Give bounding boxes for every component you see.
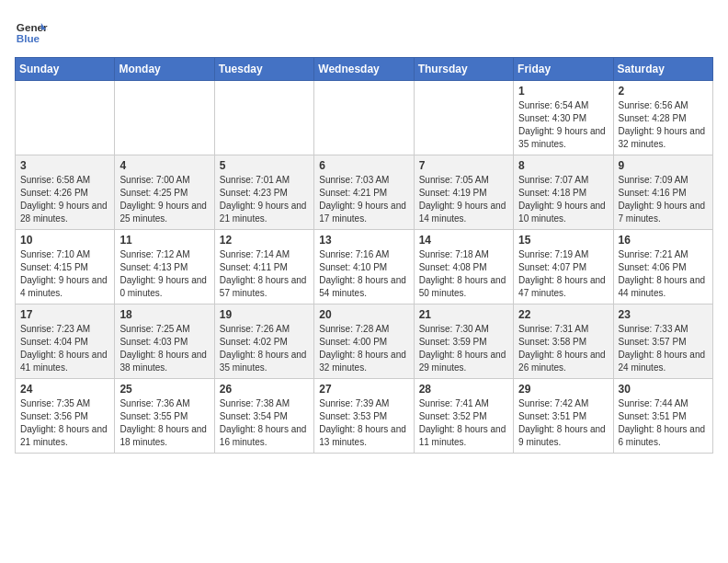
day-number: 29 — [518, 383, 608, 396]
day-number: 2 — [619, 85, 708, 98]
calendar-table: SundayMondayTuesdayWednesdayThursdayFrid… — [15, 57, 713, 454]
day-number: 4 — [119, 159, 209, 172]
day-number: 21 — [419, 308, 508, 321]
day-info: Sunrise: 7:25 AM Sunset: 4:03 PM Dayligh… — [119, 323, 209, 374]
calendar-cell: 27Sunrise: 7:39 AM Sunset: 3:53 PM Dayli… — [314, 379, 414, 454]
day-info: Sunrise: 7:31 AM Sunset: 3:58 PM Dayligh… — [518, 323, 608, 374]
calendar-week-3: 10Sunrise: 7:10 AM Sunset: 4:15 PM Dayli… — [16, 230, 713, 304]
calendar-week-1: 1Sunrise: 6:54 AM Sunset: 4:30 PM Daylig… — [16, 81, 713, 155]
calendar-cell — [214, 81, 313, 155]
col-header-tuesday: Tuesday — [214, 58, 313, 81]
day-number: 26 — [220, 383, 309, 396]
calendar-cell: 30Sunrise: 7:44 AM Sunset: 3:51 PM Dayli… — [613, 379, 712, 454]
day-info: Sunrise: 7:19 AM Sunset: 4:07 PM Dayligh… — [518, 248, 608, 300]
day-number: 19 — [220, 308, 309, 321]
day-number: 20 — [319, 308, 408, 321]
calendar-cell: 18Sunrise: 7:25 AM Sunset: 4:03 PM Dayli… — [115, 304, 214, 379]
page-header: General Blue — [15, 15, 713, 48]
calendar-cell — [314, 81, 414, 155]
col-header-monday: Monday — [115, 58, 214, 81]
day-info: Sunrise: 7:10 AM Sunset: 4:15 PM Dayligh… — [20, 248, 109, 300]
calendar-cell: 23Sunrise: 7:33 AM Sunset: 3:57 PM Dayli… — [613, 304, 712, 379]
col-header-thursday: Thursday — [414, 58, 513, 81]
calendar-cell: 28Sunrise: 7:41 AM Sunset: 3:52 PM Dayli… — [414, 379, 513, 454]
calendar-cell: 26Sunrise: 7:38 AM Sunset: 3:54 PM Dayli… — [214, 379, 313, 454]
day-info: Sunrise: 7:07 AM Sunset: 4:18 PM Dayligh… — [518, 174, 608, 225]
day-number: 3 — [20, 159, 109, 172]
day-info: Sunrise: 7:09 AM Sunset: 4:16 PM Dayligh… — [619, 174, 708, 225]
calendar-cell: 16Sunrise: 7:21 AM Sunset: 4:06 PM Dayli… — [613, 230, 712, 304]
day-info: Sunrise: 7:30 AM Sunset: 3:59 PM Dayligh… — [419, 323, 508, 374]
col-header-wednesday: Wednesday — [314, 58, 414, 81]
day-info: Sunrise: 7:05 AM Sunset: 4:19 PM Dayligh… — [419, 174, 508, 225]
day-number: 24 — [20, 383, 109, 396]
calendar-cell: 24Sunrise: 7:35 AM Sunset: 3:56 PM Dayli… — [16, 379, 115, 454]
calendar-cell: 1Sunrise: 6:54 AM Sunset: 4:30 PM Daylig… — [514, 81, 613, 155]
day-info: Sunrise: 7:16 AM Sunset: 4:10 PM Dayligh… — [319, 248, 408, 300]
calendar-week-4: 17Sunrise: 7:23 AM Sunset: 4:04 PM Dayli… — [16, 304, 713, 379]
col-header-friday: Friday — [514, 58, 613, 81]
calendar-cell: 12Sunrise: 7:14 AM Sunset: 4:11 PM Dayli… — [214, 230, 313, 304]
day-info: Sunrise: 7:41 AM Sunset: 3:52 PM Dayligh… — [419, 397, 508, 449]
day-number: 16 — [619, 234, 708, 247]
calendar-cell: 5Sunrise: 7:01 AM Sunset: 4:23 PM Daylig… — [214, 155, 313, 230]
day-number: 13 — [319, 234, 408, 247]
day-number: 5 — [220, 159, 309, 172]
day-info: Sunrise: 6:56 AM Sunset: 4:28 PM Dayligh… — [619, 99, 708, 151]
day-number: 10 — [20, 234, 109, 247]
day-info: Sunrise: 7:36 AM Sunset: 3:55 PM Dayligh… — [119, 397, 209, 449]
logo: General Blue — [15, 15, 48, 48]
calendar-cell: 25Sunrise: 7:36 AM Sunset: 3:55 PM Dayli… — [115, 379, 214, 454]
day-info: Sunrise: 6:58 AM Sunset: 4:26 PM Dayligh… — [20, 174, 109, 225]
day-number: 6 — [319, 159, 408, 172]
calendar-cell: 22Sunrise: 7:31 AM Sunset: 3:58 PM Dayli… — [514, 304, 613, 379]
calendar-cell: 9Sunrise: 7:09 AM Sunset: 4:16 PM Daylig… — [613, 155, 712, 230]
calendar-cell: 13Sunrise: 7:16 AM Sunset: 4:10 PM Dayli… — [314, 230, 414, 304]
day-number: 15 — [518, 234, 608, 247]
day-number: 12 — [220, 234, 309, 247]
calendar-cell: 2Sunrise: 6:56 AM Sunset: 4:28 PM Daylig… — [613, 81, 712, 155]
day-info: Sunrise: 7:18 AM Sunset: 4:08 PM Dayligh… — [419, 248, 508, 300]
day-info: Sunrise: 7:26 AM Sunset: 4:02 PM Dayligh… — [220, 323, 309, 374]
day-info: Sunrise: 7:01 AM Sunset: 4:23 PM Dayligh… — [220, 174, 309, 225]
day-info: Sunrise: 7:14 AM Sunset: 4:11 PM Dayligh… — [220, 248, 309, 300]
day-number: 30 — [619, 383, 708, 396]
calendar-cell: 19Sunrise: 7:26 AM Sunset: 4:02 PM Dayli… — [214, 304, 313, 379]
col-header-saturday: Saturday — [613, 58, 712, 81]
calendar-cell: 7Sunrise: 7:05 AM Sunset: 4:19 PM Daylig… — [414, 155, 513, 230]
calendar-cell: 8Sunrise: 7:07 AM Sunset: 4:18 PM Daylig… — [514, 155, 613, 230]
day-info: Sunrise: 7:00 AM Sunset: 4:25 PM Dayligh… — [119, 174, 209, 225]
day-number: 7 — [419, 159, 508, 172]
day-info: Sunrise: 7:39 AM Sunset: 3:53 PM Dayligh… — [319, 397, 408, 449]
day-number: 17 — [20, 308, 109, 321]
day-number: 22 — [518, 308, 608, 321]
calendar-cell: 17Sunrise: 7:23 AM Sunset: 4:04 PM Dayli… — [16, 304, 115, 379]
calendar-header-row: SundayMondayTuesdayWednesdayThursdayFrid… — [16, 58, 713, 81]
calendar-cell: 11Sunrise: 7:12 AM Sunset: 4:13 PM Dayli… — [115, 230, 214, 304]
calendar-week-5: 24Sunrise: 7:35 AM Sunset: 3:56 PM Dayli… — [16, 379, 713, 454]
calendar-cell: 3Sunrise: 6:58 AM Sunset: 4:26 PM Daylig… — [16, 155, 115, 230]
calendar-cell: 10Sunrise: 7:10 AM Sunset: 4:15 PM Dayli… — [16, 230, 115, 304]
day-number: 1 — [518, 85, 608, 98]
calendar-cell — [115, 81, 214, 155]
svg-text:Blue: Blue — [17, 32, 40, 44]
logo-icon: General Blue — [15, 15, 48, 48]
day-number: 18 — [119, 308, 209, 321]
day-info: Sunrise: 7:12 AM Sunset: 4:13 PM Dayligh… — [119, 248, 209, 300]
day-info: Sunrise: 7:28 AM Sunset: 4:00 PM Dayligh… — [319, 323, 408, 374]
day-info: Sunrise: 7:03 AM Sunset: 4:21 PM Dayligh… — [319, 174, 408, 225]
day-info: Sunrise: 6:54 AM Sunset: 4:30 PM Dayligh… — [518, 99, 608, 151]
day-info: Sunrise: 7:21 AM Sunset: 4:06 PM Dayligh… — [619, 248, 708, 300]
day-info: Sunrise: 7:33 AM Sunset: 3:57 PM Dayligh… — [619, 323, 708, 374]
calendar-cell — [16, 81, 115, 155]
calendar-cell: 4Sunrise: 7:00 AM Sunset: 4:25 PM Daylig… — [115, 155, 214, 230]
calendar-cell — [414, 81, 513, 155]
calendar-cell: 29Sunrise: 7:42 AM Sunset: 3:51 PM Dayli… — [514, 379, 613, 454]
calendar-cell: 6Sunrise: 7:03 AM Sunset: 4:21 PM Daylig… — [314, 155, 414, 230]
day-number: 8 — [518, 159, 608, 172]
day-number: 28 — [419, 383, 508, 396]
day-info: Sunrise: 7:23 AM Sunset: 4:04 PM Dayligh… — [20, 323, 109, 374]
day-info: Sunrise: 7:42 AM Sunset: 3:51 PM Dayligh… — [518, 397, 608, 449]
day-number: 27 — [319, 383, 408, 396]
day-info: Sunrise: 7:44 AM Sunset: 3:51 PM Dayligh… — [619, 397, 708, 449]
